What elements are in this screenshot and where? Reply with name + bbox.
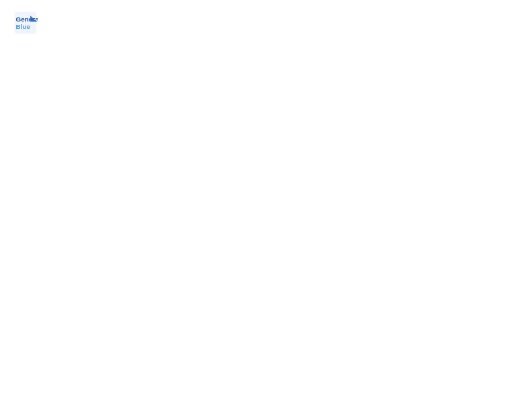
header: General Blue	[13, 11, 519, 35]
svg-text:Blue: Blue	[16, 23, 31, 30]
svg-text:General: General	[16, 15, 38, 23]
logo: General Blue	[13, 11, 40, 35]
logo-icon: General Blue	[13, 11, 38, 35]
